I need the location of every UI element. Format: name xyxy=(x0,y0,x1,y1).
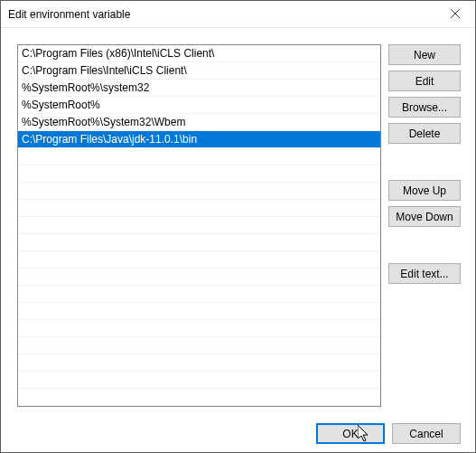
list-item[interactable]: %SystemRoot%\system32 xyxy=(18,80,380,97)
list-item-empty[interactable] xyxy=(18,337,380,354)
list-item-empty[interactable] xyxy=(18,389,380,406)
list-item-empty[interactable] xyxy=(18,148,380,165)
list-item[interactable]: C:\Program Files\Intel\iCLS Client\ xyxy=(18,62,380,80)
close-button[interactable] xyxy=(434,1,475,27)
spacer xyxy=(388,149,461,175)
titlebar: Edit environment variable xyxy=(1,1,475,28)
edit-text-button[interactable]: Edit text... xyxy=(388,263,461,284)
footer: OK Cancel xyxy=(1,414,475,453)
close-icon xyxy=(451,8,460,21)
list-item-empty[interactable] xyxy=(18,251,380,269)
browse-button[interactable]: Browse... xyxy=(388,97,461,118)
move-up-button[interactable]: Move Up xyxy=(388,180,461,201)
list-item-empty[interactable] xyxy=(18,320,380,337)
move-down-button[interactable]: Move Down xyxy=(388,206,461,227)
list-item-empty[interactable] xyxy=(18,200,380,217)
list-item[interactable]: C:\Program Files (x86)\Intel\iCLS Client… xyxy=(18,45,380,62)
list-item-empty[interactable] xyxy=(18,183,380,200)
list-item-empty[interactable] xyxy=(18,354,380,372)
list-item-empty[interactable] xyxy=(18,165,380,183)
ok-button[interactable]: OK xyxy=(316,423,385,444)
content-area: C:\Program Files (x86)\Intel\iCLS Client… xyxy=(1,28,475,414)
window-title: Edit environment variable xyxy=(8,8,434,21)
list-item[interactable]: C:\Program Files\Java\jdk-11.0.1\bin xyxy=(18,131,380,148)
list-item-empty[interactable] xyxy=(18,286,380,303)
list-item-empty[interactable] xyxy=(18,303,380,320)
path-list[interactable]: C:\Program Files (x86)\Intel\iCLS Client… xyxy=(17,44,381,407)
list-item[interactable]: %SystemRoot%\System32\Wbem xyxy=(18,114,380,131)
spacer xyxy=(388,232,461,258)
side-buttons: New Edit Browse... Delete Move Up Move D… xyxy=(388,44,461,407)
list-item-empty[interactable] xyxy=(18,269,380,286)
list-item-empty[interactable] xyxy=(18,234,380,251)
cancel-button[interactable]: Cancel xyxy=(392,423,461,444)
list-item-empty[interactable] xyxy=(18,372,380,389)
list-item-empty[interactable] xyxy=(18,217,380,234)
new-button[interactable]: New xyxy=(388,44,461,65)
delete-button[interactable]: Delete xyxy=(388,123,461,144)
list-item[interactable]: %SystemRoot% xyxy=(18,97,380,114)
edit-button[interactable]: Edit xyxy=(388,71,461,91)
